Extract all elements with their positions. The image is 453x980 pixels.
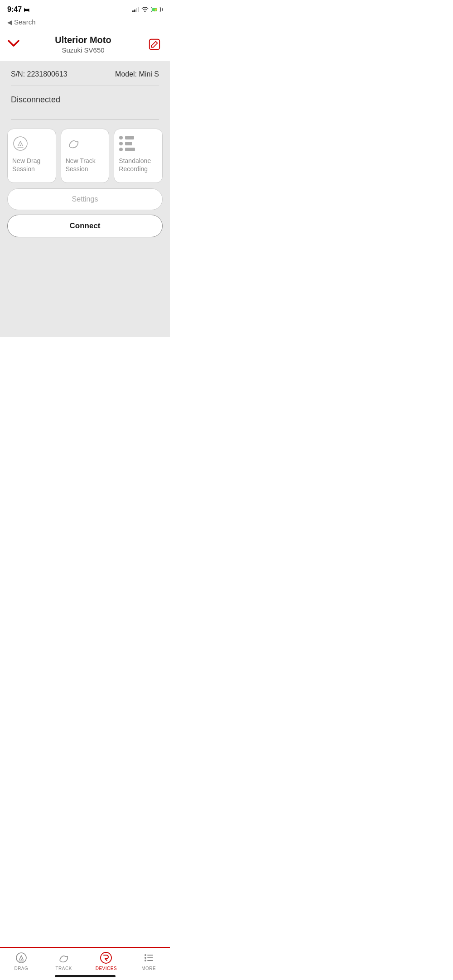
- back-button[interactable]: ◀ Search: [7, 18, 163, 26]
- action-grid: New DragSession New TrackSession: [0, 120, 170, 188]
- track-session-label: New TrackSession: [66, 157, 96, 173]
- settings-button[interactable]: Settings: [7, 188, 163, 210]
- vehicle-model: Suzuki SV650: [20, 46, 146, 54]
- svg-rect-0: [149, 39, 159, 49]
- header: Ulterior Moto Suzuki SV650: [0, 30, 170, 61]
- battery-icon: ⚡: [151, 7, 163, 12]
- wifi-icon: [141, 6, 149, 13]
- connect-button[interactable]: Connect: [7, 215, 163, 237]
- nav-back: ◀ Search: [0, 16, 170, 30]
- status-icons: ⚡: [132, 6, 163, 13]
- connect-label: Connect: [70, 221, 101, 230]
- serial-number: S/N: 2231800613: [11, 70, 67, 78]
- settings-label: Settings: [72, 195, 98, 203]
- back-arrow-icon: ◀: [7, 19, 12, 26]
- standalone-recording-label: StandaloneRecording: [119, 157, 151, 173]
- device-info-bar: S/N: 2231800613 Model: Mini S: [0, 61, 170, 86]
- new-track-session-button[interactable]: New TrackSession: [61, 129, 110, 183]
- content-area: S/N: 2231800613 Model: Mini S Disconnect…: [0, 61, 170, 337]
- chevron-down-button[interactable]: [7, 38, 20, 50]
- drag-session-icon: [12, 135, 29, 152]
- standalone-recording-button[interactable]: StandaloneRecording: [114, 129, 163, 183]
- track-session-icon: [66, 135, 82, 152]
- status-bar: 9:47 🛏 ⚡: [0, 0, 170, 16]
- drag-session-label: New DragSession: [12, 157, 40, 173]
- standalone-recording-icon: [119, 135, 135, 152]
- vehicle-title-area: Ulterior Moto Suzuki SV650: [20, 35, 146, 54]
- vehicle-name: Ulterior Moto: [20, 35, 146, 45]
- svg-point-1: [14, 137, 27, 150]
- back-label: Search: [14, 18, 36, 26]
- model-info: Model: Mini S: [115, 70, 159, 78]
- spacer: [0, 246, 170, 337]
- bed-icon: 🛏: [24, 6, 29, 13]
- svg-point-2: [20, 145, 21, 146]
- time-display: 9:47: [7, 5, 22, 14]
- edit-button[interactable]: [146, 36, 163, 53]
- connection-status: Disconnected: [11, 95, 60, 104]
- signal-icon: [132, 7, 139, 12]
- status-time: 9:47 🛏: [7, 5, 29, 14]
- new-drag-session-button[interactable]: New DragSession: [7, 129, 56, 183]
- connection-status-section: Disconnected: [0, 86, 170, 112]
